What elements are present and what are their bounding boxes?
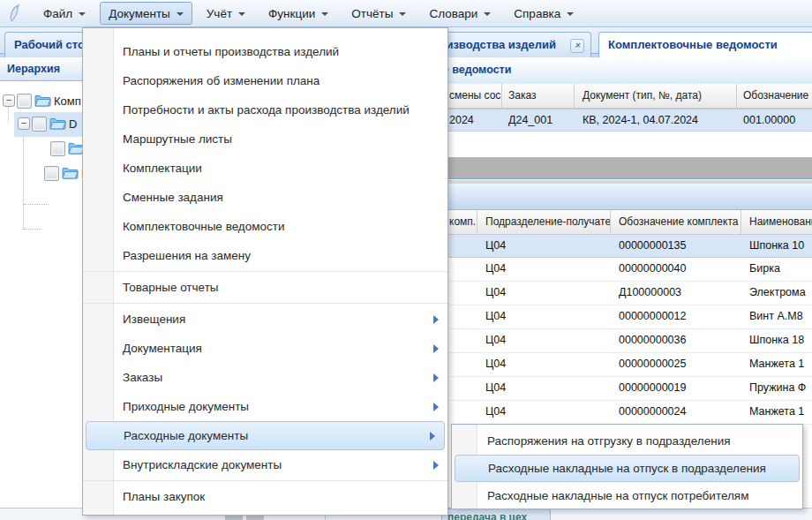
menu-item-plan-change-orders[interactable]: Распоряжения об изменении плана (83, 66, 447, 95)
menu-item-shift-tasks[interactable]: Сменные задания (83, 183, 447, 212)
menu-item-documentation[interactable]: Документация (83, 334, 447, 363)
menu-item-procurement-plans[interactable]: Планы закупок (83, 482, 447, 511)
cell-department: Ц04 (477, 353, 611, 376)
cell-order: Д24_001 (502, 109, 575, 131)
menu-item-goods-reports[interactable]: Товарные отчеты (83, 273, 447, 302)
caret-down-icon (321, 12, 328, 16)
column-header-receiving-department[interactable]: Подразделение-получатель (477, 210, 611, 234)
menu-separator (83, 480, 447, 481)
menu-item-notifications[interactable]: Извещения (83, 305, 447, 334)
lower-grid-row[interactable]: Ц04 00000000135 Шпонка 10 (402, 234, 812, 258)
cell-code: 00000000135 (611, 235, 741, 257)
bottom-tab-transfer-to-shop[interactable]: передача в цех (441, 509, 551, 520)
collapse-minus-icon[interactable] (3, 94, 15, 107)
column-header-kit-designation[interactable]: Обозначение комплекта (611, 210, 741, 234)
cell-code: 00000000036 (611, 329, 741, 352)
cell-department: Ц04 (477, 401, 611, 424)
cell-designation: 001.00000 (737, 109, 812, 131)
menubar: Файл Документы Учёт Функции Отчёты Слова… (0, 0, 812, 27)
menu-item-replacement-permits[interactable]: Разрешения на замену (83, 241, 447, 270)
caret-down-icon (567, 12, 574, 16)
menubar-item-accounting[interactable]: Учёт (198, 2, 254, 25)
folder-icon (34, 94, 51, 107)
cell-name: Шпонка 18 (741, 329, 812, 352)
cell-code: 00000000040 (611, 258, 741, 281)
app-logo-icon (5, 3, 26, 24)
menu-item-requirements-consumption-acts[interactable]: Потребности и акты расхода производства … (83, 95, 447, 124)
lower-grid-row[interactable]: Ц04 00000000040 Бирка (402, 258, 812, 282)
menubar-item-label: Файл (43, 7, 72, 20)
cell-name: Электрома (741, 282, 812, 305)
caret-down-icon (399, 12, 406, 16)
cell-code: 00000000012 (611, 305, 741, 328)
tree-checkbox[interactable] (44, 166, 59, 181)
submenu-item-issue-notes-to-consumers[interactable]: Расходные накладные на отпуск потребител… (452, 482, 802, 509)
menubar-item-label: Учёт (207, 7, 232, 20)
menubar-item-documents[interactable]: Документы (100, 2, 192, 25)
cell-name: Пружина Ф (741, 377, 812, 400)
outgoing-documents-submenu: Распоряжения на отгрузку в подразделения… (451, 424, 803, 509)
column-header-designation[interactable]: Обозначение (737, 84, 812, 108)
column-header-order[interactable]: Заказ (502, 84, 575, 108)
lower-grid-row[interactable]: Ц04 Д100000003 Электрома (402, 282, 812, 305)
tree-line (24, 229, 41, 230)
lower-grid-row[interactable]: Ц04 00000000019 Пружина Ф (402, 377, 812, 401)
cell-name: Шпонка 10 (741, 235, 812, 257)
tab-close-icon[interactable] (570, 39, 584, 53)
upper-grid-row[interactable]: 2024 Д24_001 КВ, 2024-1, 04.07.2024 001.… (402, 109, 812, 132)
cell-department: Ц04 (477, 282, 611, 305)
column-header-name[interactable]: Наименование (741, 210, 812, 234)
menu-item-orders[interactable]: Заказы (83, 363, 447, 392)
menu-item-kitting-lists[interactable]: Комплектовочные ведомости (83, 212, 447, 241)
tab-kitting-lists[interactable]: Комплектовочные ведомости (598, 32, 812, 57)
menubar-item-reports[interactable]: Отчёты (342, 2, 415, 25)
menu-item-production-plans-reports[interactable]: Планы и отчеты производства изделий (83, 37, 447, 66)
tree-checkbox[interactable] (50, 141, 65, 156)
tab-label: Комплектовочные ведомости (608, 38, 778, 51)
menu-item-intra-warehouse-documents[interactable]: Внутрискладские документы (83, 450, 447, 479)
tree-checkbox[interactable] (17, 94, 32, 109)
menubar-item-dictionaries[interactable]: Словари (420, 2, 500, 25)
menubar-item-label: Документы (109, 7, 170, 20)
menubar-item-help[interactable]: Справка (505, 2, 583, 25)
cell-name: Манжета 1 (741, 401, 812, 424)
caret-down-icon (79, 12, 86, 16)
menubar-item-label: Словари (429, 7, 477, 20)
cell-name: Винт А.М8 (741, 305, 812, 328)
cell-department: Ц04 (477, 305, 611, 328)
bottom-tab-label: передача в цех (447, 511, 527, 520)
menu-item-outgoing-documents[interactable]: Расходные документы (86, 421, 445, 450)
tree-node-label: D (69, 117, 77, 131)
collapse-minus-icon[interactable] (18, 117, 30, 130)
lower-panel-header (402, 184, 812, 210)
menu-item-incoming-documents[interactable]: Приходные документы (83, 392, 447, 421)
horizontal-splitter[interactable] (402, 157, 812, 179)
tree-checkbox[interactable] (32, 117, 47, 132)
cell-department: Ц04 (477, 377, 611, 400)
cell-name: Бирка (741, 258, 812, 281)
menu-item-kitting[interactable]: Комплектации (83, 154, 447, 183)
lower-grid-header: комп. Подразделение-получатель Обозначен… (402, 210, 812, 235)
caret-down-icon (177, 12, 184, 16)
submenu-item-shipment-orders-to-departments[interactable]: Распоряжения на отгрузку в подразделения (452, 427, 802, 455)
menu-separator (83, 303, 447, 304)
tab-label: Рабочий стол (14, 38, 92, 51)
menubar-item-label: Отчёты (351, 7, 393, 20)
menubar-item-file[interactable]: Файл (34, 2, 94, 25)
column-header-document[interactable]: Документ (тип, №, дата) (575, 84, 737, 108)
menubar-item-label: Справка (514, 7, 560, 20)
folder-icon (49, 117, 66, 130)
cell-code: 00000000019 (611, 377, 741, 400)
lower-grid-row[interactable]: Ц04 00000000025 Манжета 1 (402, 353, 812, 377)
cell-code: Д100000003 (611, 282, 741, 305)
cell-code: 00000000024 (611, 401, 741, 424)
documents-dropdown-menu: Планы и отчеты производства изделий Расп… (82, 27, 448, 516)
caret-down-icon (238, 12, 245, 16)
submenu-item-issue-notes-to-departments[interactable]: Расходные накладные на отпуск в подразде… (455, 455, 800, 482)
lower-grid-row[interactable]: Ц04 00000000036 Шпонка 18 (402, 329, 812, 353)
menubar-item-functions[interactable]: Функции (259, 2, 337, 25)
cell-document: КВ, 2024-1, 04.07.2024 (575, 109, 737, 131)
lower-grid-row[interactable]: Ц04 00000000012 Винт А.М8 (402, 305, 812, 329)
lower-grid-row[interactable]: Ц04 00000000024 Манжета 1 (402, 401, 812, 425)
menu-item-route-sheets[interactable]: Маршрутные листы (83, 124, 447, 154)
